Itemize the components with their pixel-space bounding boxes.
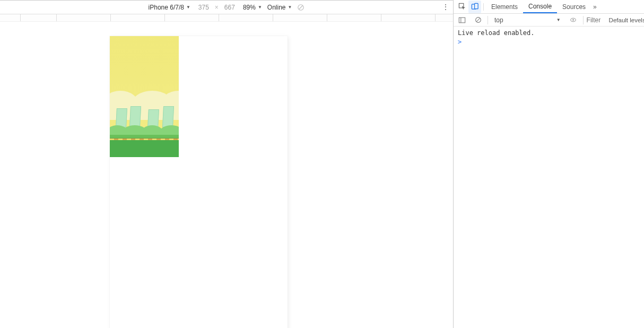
tab-label: Console	[528, 3, 552, 10]
zoom-selector[interactable]: 89% ▼	[243, 4, 262, 11]
devtools-tab-bar: Elements Console Sources »	[454, 0, 644, 14]
console-toolbar: top ▼ Default levels ▼	[454, 14, 644, 27]
svg-rect-5	[459, 18, 465, 23]
device-frame[interactable]: 39手游网	[110, 36, 288, 328]
tab-sources[interactable]: Sources	[557, 0, 591, 13]
device-height-input[interactable]: 667	[222, 4, 238, 11]
svg-rect-4	[474, 3, 478, 8]
zoom-label: 89%	[243, 4, 256, 11]
toggle-device-icon[interactable]	[468, 1, 481, 13]
chevron-down-icon: ▼	[288, 5, 292, 10]
device-label: iPhone 6/7/8	[149, 4, 184, 11]
chevron-down-icon: ▼	[556, 18, 561, 22]
ruler	[0, 14, 453, 22]
tab-label: Elements	[491, 3, 518, 11]
live-expression-icon[interactable]	[567, 14, 580, 27]
chevron-down-icon: ▼	[186, 5, 190, 10]
tab-elements[interactable]: Elements	[486, 0, 523, 13]
console-sidebar-toggle-icon[interactable]	[456, 14, 468, 27]
console-levels-selector[interactable]: Default levels ▼	[609, 17, 644, 23]
device-toolbar: iPhone 6/7/8 ▼ 375 × 667 89% ▼ Online ▼ …	[0, 1, 453, 14]
viewport-area: 39手游网	[0, 22, 453, 328]
game-canvas	[110, 36, 179, 157]
console-filter-input[interactable]	[587, 16, 606, 24]
device-dimensions: 375 × 667	[196, 4, 238, 11]
svg-point-10	[572, 19, 574, 21]
rotate-icon[interactable]	[297, 4, 304, 11]
console-message-row: Live reload enabled. (ind	[454, 29, 644, 37]
console-body[interactable]: Live reload enabled. (ind >	[454, 27, 644, 328]
kebab-menu-icon[interactable]: ⋮	[442, 3, 449, 11]
context-label: top	[494, 16, 503, 24]
inspect-element-icon[interactable]	[456, 1, 468, 13]
console-message-text: Live reload enabled.	[458, 29, 535, 37]
tab-label: Sources	[562, 3, 586, 11]
levels-label: Default levels	[609, 17, 644, 23]
prompt-caret-icon: >	[458, 38, 462, 46]
console-context-selector[interactable]: top ▼	[491, 16, 564, 24]
chevron-down-icon: ▼	[258, 5, 262, 10]
throttle-label: Online	[267, 4, 286, 11]
throttle-selector[interactable]: Online ▼	[267, 4, 292, 11]
tab-console[interactable]: Console	[523, 0, 557, 13]
svg-line-1	[299, 5, 303, 9]
console-prompt[interactable]: >	[454, 37, 644, 47]
tabs-overflow-icon[interactable]: »	[593, 3, 597, 11]
dimension-separator: ×	[215, 4, 219, 11]
devtools-pane: Elements Console Sources » top ▼ Default…	[453, 0, 644, 328]
clear-console-icon[interactable]	[472, 14, 484, 27]
svg-line-8	[476, 18, 480, 22]
device-selector[interactable]: iPhone 6/7/8 ▼	[149, 4, 190, 11]
device-emulator-pane: iPhone 6/7/8 ▼ 375 × 667 89% ▼ Online ▼ …	[0, 0, 453, 328]
device-width-input[interactable]: 375	[196, 4, 212, 11]
